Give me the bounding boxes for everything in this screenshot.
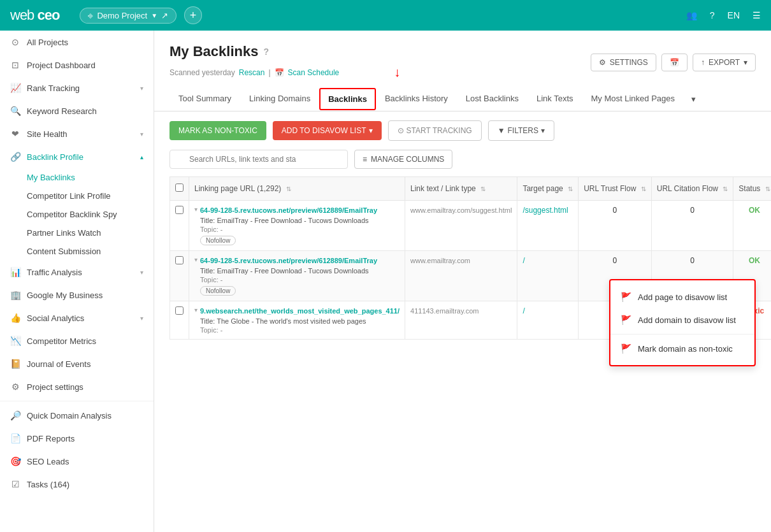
page-help-icon[interactable]: ? — [263, 47, 269, 57]
expand-icon[interactable]: ▾ — [194, 256, 198, 263]
manage-columns-button[interactable]: ≡ MANAGE COLUMNS — [354, 150, 452, 169]
tab-backlinks[interactable]: Backlinks — [319, 88, 376, 110]
row-checkbox[interactable] — [175, 306, 184, 315]
sidebar-item-google-my-business[interactable]: 🏢 Google My Business — [0, 284, 154, 306]
sidebar-subitem-my-backlinks[interactable]: My Backlinks — [27, 168, 154, 187]
page-header: My Backlinks ? Scanned yesterday Rescan … — [154, 31, 771, 80]
table-row: ▾ 64-99-128-5.rev.tucows.net/preview/612… — [170, 201, 772, 251]
calendar-button[interactable]: 📅 — [661, 54, 688, 71]
target-link[interactable]: / — [522, 306, 524, 315]
business-icon: 🏢 — [10, 290, 20, 300]
tab-tool-summary[interactable]: Tool Summary — [169, 87, 240, 111]
dropdown-add-page-disavow[interactable]: 🚩 Add page to disavow list — [610, 285, 754, 308]
help-icon[interactable]: ? — [710, 10, 715, 20]
tab-most-linked-pages[interactable]: My Most Linked Pages — [582, 87, 684, 111]
sidebar-item-social-analytics[interactable]: 👍 Social Analytics ▾ — [0, 306, 154, 329]
link-text-cell: www.emailtray.com — [405, 251, 517, 301]
filters-button[interactable]: ▼ FILTERS ▾ — [488, 120, 554, 141]
journal-icon: 📔 — [10, 359, 20, 369]
mark-non-toxic-button[interactable]: MARK AS NON-TOXIC — [169, 121, 266, 140]
sidebar-item-journal-of-events[interactable]: 📔 Journal of Events — [0, 352, 154, 375]
target-page-cell: / — [517, 251, 579, 301]
url-link[interactable]: 9.websearch.net/the_worlds_most_visited_… — [200, 307, 400, 315]
sidebar-subitem-competitor-backlink-spy[interactable]: Competitor Backlink Spy — [27, 205, 154, 224]
add-to-disavow-button[interactable]: ADD TO DISAVOW LIST ▾ — [273, 121, 382, 140]
sidebar-subitem-competitor-link-profile[interactable]: Competitor Link Profile — [27, 187, 154, 205]
link-text-cell: 411143.emailtray.com — [405, 301, 517, 340]
sidebar-item-rank-tracking[interactable]: 📈 Rank Tracking ▾ — [0, 76, 154, 99]
expand-icon[interactable]: ▾ — [194, 306, 198, 313]
nofollow-badge: Nofollow — [200, 286, 236, 296]
domain-icon: 🔎 — [10, 410, 20, 421]
row-checkbox[interactable] — [175, 206, 184, 214]
rescan-link[interactable]: Rescan — [239, 68, 265, 77]
sort-icon[interactable]: ⇅ — [286, 185, 291, 192]
tab-lost-backlinks[interactable]: Lost Backlinks — [457, 87, 528, 111]
sidebar-item-label: All Projects — [27, 38, 68, 47]
sidebar-item-keyword-research[interactable]: 🔍 Keyword Research — [0, 99, 154, 122]
target-link[interactable]: / — [522, 256, 524, 265]
add-project-button[interactable]: + — [184, 6, 202, 24]
tab-bar: Tool Summary Linking Domains Backlinks B… — [154, 87, 771, 111]
url-link[interactable]: 64-99-128-5.rev.tucows.net/preview/61288… — [200, 206, 377, 214]
dropdown-add-domain-disavow[interactable]: 🚩 Add domain to disavow list — [610, 308, 754, 331]
nofollow-badge: Nofollow — [200, 236, 236, 245]
tab-link-texts[interactable]: Link Texts — [528, 87, 582, 111]
language-selector[interactable]: EN — [728, 10, 740, 20]
sidebar-item-traffic-analysis[interactable]: 📊 Traffic Analysis ▾ — [0, 261, 154, 284]
target-page-cell: / — [517, 301, 579, 340]
sidebar-item-quick-domain-analysis[interactable]: 🔎 Quick Domain Analysis — [0, 404, 154, 427]
sidebar-item-seo-leads[interactable]: 🎯 SEO Leads — [0, 450, 154, 473]
sidebar-item-all-projects[interactable]: ⊙ All Projects — [0, 31, 154, 54]
search-input[interactable] — [169, 150, 348, 169]
disavow-page-icon: 🚩 — [621, 292, 631, 302]
sidebar: ⊙ All Projects ⊡ Project Dashboard 📈 Ran… — [0, 31, 154, 532]
sort-icon[interactable]: ⇅ — [765, 185, 770, 192]
start-tracking-button[interactable]: ⊙ START TRACKING — [388, 120, 482, 141]
dropdown-mark-domain-nontoxic[interactable]: 🚩 Mark domain as non-toxic — [610, 337, 754, 360]
scanned-text: Scanned yesterday — [169, 68, 235, 77]
settings-button[interactable]: ⚙ SETTINGS — [591, 54, 656, 71]
sidebar-item-label: Project Dashboard — [27, 61, 96, 70]
external-link-icon: ↗ — [161, 11, 168, 20]
sort-icon[interactable]: ⇅ — [641, 185, 646, 192]
main-content: My Backlinks ? Scanned yesterday Rescan … — [154, 31, 771, 532]
nav-right: 👥 ? EN ☰ — [686, 10, 761, 20]
menu-icon[interactable]: ☰ — [753, 10, 761, 20]
sidebar-item-competitor-metrics[interactable]: 📉 Competitor Metrics — [0, 329, 154, 352]
sidebar-item-project-dashboard[interactable]: ⊡ Project Dashboard — [0, 54, 154, 76]
sort-icon[interactable]: ⇅ — [480, 185, 486, 192]
expand-icon[interactable]: ▾ — [194, 206, 198, 213]
url-title: Title: The Globe - The world's most visi… — [200, 317, 400, 325]
dropdown-divider — [610, 334, 754, 334]
actions-dropdown-menu: 🚩 Add page to disavow list 🚩 Add domain … — [609, 279, 756, 366]
users-icon[interactable]: 👥 — [686, 10, 697, 20]
tab-backlinks-history[interactable]: Backlinks History — [376, 87, 457, 111]
link-text-cell: www.emailtray.com/suggest.html — [405, 201, 517, 251]
sort-icon[interactable]: ⇅ — [723, 185, 728, 192]
tab-linking-domains[interactable]: Linking Domains — [240, 87, 319, 111]
project-selector[interactable]: ⎆ Demo Project ▼ ↗ — [80, 8, 177, 24]
select-all-checkbox[interactable] — [175, 183, 184, 192]
sidebar-item-backlink-profile[interactable]: 🔗 Backlink Profile ▴ — [0, 145, 154, 168]
col-url-trust-flow: URL Trust Flow ⇅ — [579, 177, 652, 201]
sidebar-item-tasks[interactable]: ☑ Tasks (164) — [0, 473, 154, 496]
sidebar-subitem-content-submission[interactable]: Content Submission — [27, 242, 154, 261]
sidebar-item-site-health[interactable]: ❤ Site Health ▾ — [0, 122, 154, 145]
scan-schedule-link[interactable]: Scan Schedule — [288, 68, 340, 77]
sidebar-item-pdf-reports[interactable]: 📄 PDF Reports — [0, 427, 154, 450]
sidebar-subitem-partner-links-watch[interactable]: Partner Links Watch — [27, 224, 154, 242]
row-checkbox[interactable] — [175, 256, 184, 264]
project-name: Demo Project — [97, 11, 147, 20]
sidebar-item-project-settings[interactable]: ⚙ Project settings — [0, 375, 154, 398]
toolbar: MARK AS NON-TOXIC ADD TO DISAVOW LIST ▾ … — [154, 111, 771, 150]
chevron-down-icon: ▾ — [744, 58, 747, 67]
url-link[interactable]: 64-99-128-5.rev.tucows.net/preview/61288… — [200, 257, 377, 264]
tab-more-button[interactable]: ▾ — [686, 88, 701, 110]
sidebar-item-label: Competitor Metrics — [27, 336, 96, 346]
export-button[interactable]: ↑ EXPORT ▾ — [693, 54, 756, 71]
target-link[interactable]: /suggest.html — [522, 206, 568, 215]
search-icon: 🔍 — [10, 106, 20, 116]
sort-icon[interactable]: ⇅ — [568, 185, 573, 192]
sidebar-item-label: PDF Reports — [27, 434, 75, 443]
